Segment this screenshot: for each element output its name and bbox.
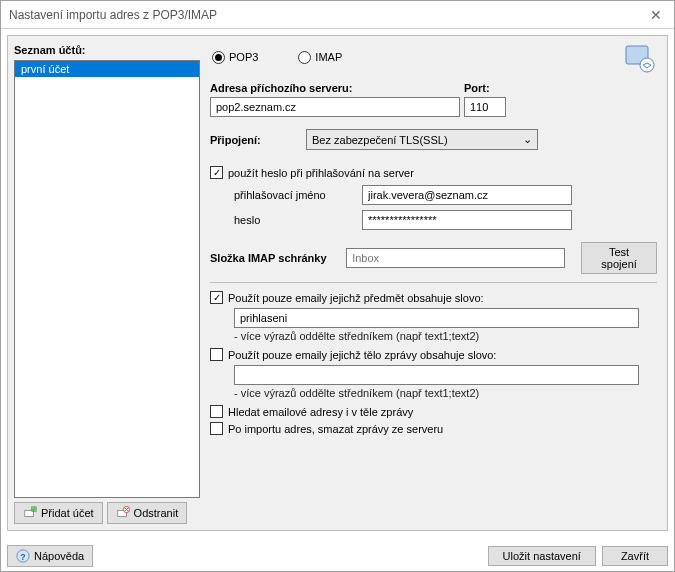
add-icon	[23, 506, 37, 520]
remove-account-button[interactable]: Odstranit	[107, 502, 188, 524]
body-filter-input[interactable]	[234, 365, 639, 385]
left-pane: Seznam účtů: první účet Přidat účet Odst…	[14, 42, 200, 524]
chevron-down-icon: ⌄	[523, 133, 532, 146]
radio-imap[interactable]: IMAP	[298, 51, 342, 64]
protocol-radio-group: POP3 IMAP	[212, 51, 342, 64]
close-button[interactable]: Zavřít	[602, 546, 668, 566]
port-label: Port:	[464, 82, 490, 94]
password-label: heslo	[234, 214, 354, 226]
mail-icon	[623, 42, 655, 76]
port-input[interactable]	[464, 97, 506, 117]
server-address-input[interactable]	[210, 97, 460, 117]
account-list-label: Seznam účtů:	[14, 42, 200, 60]
connection-label: Připojení:	[210, 134, 270, 146]
imap-folder-input[interactable]	[346, 248, 565, 268]
right-pane: POP3 IMAP Adresa příchozího serveru: Por…	[210, 42, 661, 524]
imap-folder-label: Složka IMAP schránky	[210, 252, 338, 264]
password-input[interactable]	[362, 210, 572, 230]
server-address-label: Adresa příchozího serveru:	[210, 82, 464, 94]
use-password-checkbox[interactable]: ✓ použít heslo při přihlašování na serve…	[210, 166, 657, 179]
titlebar: Nastavení importu adres z POP3/IMAP ✕	[1, 1, 674, 29]
save-button[interactable]: Uložit nastavení	[488, 546, 596, 566]
account-list[interactable]: první účet	[14, 60, 200, 498]
test-connection-button[interactable]: Test spojení	[581, 242, 657, 274]
subject-hint: - více výrazů oddělte středníkem (např t…	[234, 330, 657, 342]
help-icon: ?	[16, 549, 30, 563]
body-filter-checkbox[interactable]: Použít pouze emaily jejichž tělo zprávy …	[210, 348, 657, 361]
divider	[210, 282, 657, 283]
login-label: přihlašovací jméno	[234, 189, 354, 201]
list-item[interactable]: první účet	[15, 61, 199, 77]
close-icon[interactable]: ✕	[646, 5, 666, 25]
svg-text:?: ?	[20, 552, 25, 562]
help-button[interactable]: ? Nápověda	[7, 545, 93, 567]
add-account-button[interactable]: Přidat účet	[14, 502, 103, 524]
delete-icon	[116, 506, 130, 520]
footer-bar: ? Nápověda Uložit nastavení Zavřít	[1, 537, 674, 571]
radio-pop3[interactable]: POP3	[212, 51, 258, 64]
search-body-checkbox[interactable]: Hledat emailové adresy i v těle zprávy	[210, 405, 657, 418]
delete-after-import-checkbox[interactable]: Po importu adres, smazat zprávy ze serve…	[210, 422, 657, 435]
connection-select[interactable]: Bez zabezpečení TLS(SSL) ⌄	[306, 129, 538, 150]
dialog-window: Nastavení importu adres z POP3/IMAP ✕ Se…	[0, 0, 675, 572]
subject-filter-checkbox[interactable]: ✓ Použít pouze emaily jejichž předmět ob…	[210, 291, 657, 304]
login-input[interactable]	[362, 185, 572, 205]
subject-filter-input[interactable]	[234, 308, 639, 328]
window-title: Nastavení importu adres z POP3/IMAP	[9, 8, 217, 22]
body-hint: - více výrazů oddělte středníkem (např t…	[234, 387, 657, 399]
main-panel: Seznam účtů: první účet Přidat účet Odst…	[7, 35, 668, 531]
